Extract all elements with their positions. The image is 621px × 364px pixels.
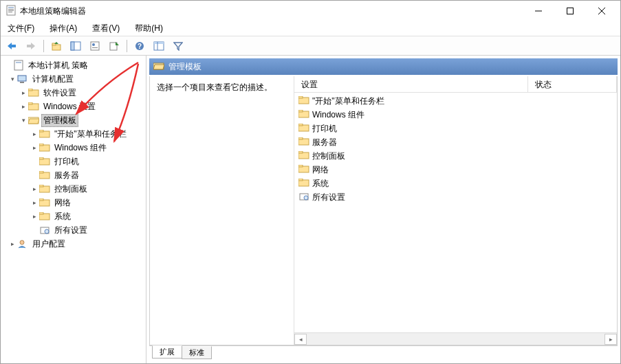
- list-item[interactable]: "开始"菜单和任务栏: [294, 94, 617, 108]
- folder-icon: [298, 110, 309, 120]
- svg-rect-61: [298, 110, 303, 112]
- svg-rect-52: [39, 212, 43, 214]
- properties-button[interactable]: [87, 38, 103, 54]
- svg-rect-46: [39, 171, 43, 173]
- svg-rect-20: [92, 47, 98, 48]
- list-body[interactable]: "开始"菜单和任务栏 Windows 组件 打印机 服务器 控制面板 网络 系统…: [294, 93, 617, 332]
- up-level-button[interactable]: [48, 38, 65, 54]
- tree-computer-config[interactable]: ▾ 计算机配置: [2, 72, 144, 86]
- settings-icon: [39, 225, 50, 236]
- chevron-right-icon[interactable]: ▸: [19, 88, 28, 98]
- chevron-right-icon[interactable]: ▸: [30, 129, 39, 139]
- svg-rect-63: [298, 124, 303, 126]
- computer-icon: [17, 73, 28, 84]
- svg-marker-57: [153, 65, 164, 69]
- tree-item-label: 软件设置: [41, 87, 78, 100]
- scroll-right-icon[interactable]: ▸: [604, 334, 617, 345]
- close-button[interactable]: [586, 1, 618, 21]
- svg-point-19: [92, 43, 95, 46]
- list-item[interactable]: Windows 组件: [294, 108, 617, 122]
- svg-rect-10: [11, 45, 16, 47]
- tree-windows-components[interactable]: ▸ Windows 组件: [2, 141, 144, 155]
- tree-servers[interactable]: 服务器: [2, 168, 144, 182]
- filter-button[interactable]: [170, 38, 186, 54]
- chevron-down-icon[interactable]: ▾: [8, 74, 17, 84]
- tree-item-label: 打印机: [52, 155, 81, 168]
- col-header-status[interactable]: 状态: [528, 76, 617, 92]
- folder-icon: [39, 142, 50, 153]
- menu-action[interactable]: 操作(A): [47, 21, 80, 36]
- svg-rect-18: [91, 42, 99, 50]
- svg-rect-32: [20, 82, 24, 83]
- tree-user-config[interactable]: ▸ 用户配置: [2, 237, 144, 251]
- svg-rect-40: [39, 130, 43, 132]
- svg-marker-38: [28, 119, 39, 124]
- list-item-label: Windows 组件: [312, 109, 364, 121]
- tree-admin-templates[interactable]: ▾ 管理模板: [2, 113, 144, 127]
- svg-rect-42: [39, 144, 43, 146]
- svg-rect-1: [8, 7, 14, 8]
- svg-rect-3: [8, 10, 14, 11]
- chevron-right-icon[interactable]: ▸: [30, 184, 39, 194]
- back-button[interactable]: [3, 38, 20, 54]
- help-button[interactable]: ?: [131, 38, 148, 54]
- tree-item-label: 所有设置: [52, 224, 89, 237]
- tree-system[interactable]: ▸ 系统: [2, 209, 144, 223]
- tab-extended[interactable]: 扩展: [152, 345, 182, 359]
- svg-rect-30: [16, 62, 21, 63]
- svg-rect-59: [298, 96, 303, 98]
- minimize-button[interactable]: [523, 1, 554, 21]
- tree-root[interactable]: 本地计算机 策略: [2, 58, 144, 72]
- menu-help[interactable]: 帮助(H): [132, 21, 166, 36]
- list-item[interactable]: 打印机: [294, 122, 617, 135]
- scroll-left-icon[interactable]: ◂: [294, 334, 307, 345]
- list-item[interactable]: 控制面板: [294, 149, 617, 163]
- maximize-button[interactable]: [554, 1, 586, 21]
- forward-button[interactable]: [23, 38, 39, 54]
- list-item[interactable]: 服务器: [294, 135, 617, 149]
- horizontal-scrollbar[interactable]: ◂ ▸: [294, 332, 617, 345]
- list-item[interactable]: 系统: [294, 177, 617, 190]
- tab-standard[interactable]: 标准: [182, 346, 212, 359]
- details-button[interactable]: [151, 38, 167, 54]
- show-hide-tree-button[interactable]: [67, 38, 84, 54]
- chevron-right-icon[interactable]: ▸: [30, 143, 39, 152]
- list-item[interactable]: 网络: [294, 163, 617, 177]
- chevron-right-icon[interactable]: ▸: [30, 198, 39, 207]
- menu-file[interactable]: 文件(F): [5, 21, 37, 36]
- folder-icon: [39, 170, 50, 181]
- folder-icon: [298, 124, 309, 134]
- svg-rect-31: [18, 76, 26, 81]
- tree-panel[interactable]: 本地计算机 策略 ▾ 计算机配置 ▸ 软件设置 ▸ Windows 设置 ▾ 管…: [1, 56, 146, 363]
- chevron-right-icon[interactable]: ▸: [8, 239, 17, 249]
- list-item-label: 打印机: [312, 123, 337, 135]
- svg-point-54: [45, 229, 49, 234]
- folder-icon: [298, 96, 309, 106]
- tree-windows-settings[interactable]: ▸ Windows 设置: [2, 100, 144, 113]
- svg-rect-50: [39, 198, 43, 201]
- list-item[interactable]: 所有设置: [294, 190, 617, 204]
- tree-item-label: Windows 设置: [41, 100, 98, 113]
- settings-icon: [298, 192, 309, 203]
- tree-network[interactable]: ▸ 网络: [2, 196, 144, 209]
- menu-view[interactable]: 查看(V): [89, 21, 122, 36]
- tree-software[interactable]: ▸ 软件设置: [2, 86, 144, 100]
- tree-item-label: 服务器: [52, 169, 81, 182]
- chevron-right-icon[interactable]: ▸: [19, 102, 28, 111]
- list-item-label: 服务器: [312, 137, 337, 148]
- tree-start-taskbar[interactable]: ▸ "开始"菜单和任务栏: [2, 127, 144, 141]
- tree-item-label: 控制面板: [52, 183, 89, 196]
- tree-all-settings[interactable]: 所有设置: [2, 223, 144, 237]
- list-item-label: 控制面板: [312, 150, 345, 162]
- expander-icon[interactable]: [3, 60, 13, 70]
- col-header-setting[interactable]: 设置: [294, 76, 528, 92]
- tree-control-panel[interactable]: ▸ 控制面板: [2, 182, 144, 196]
- export-button[interactable]: [106, 38, 122, 54]
- tree-printers[interactable]: 打印机: [2, 155, 144, 168]
- chevron-down-icon[interactable]: ▾: [19, 115, 28, 125]
- chevron-right-icon[interactable]: ▸: [30, 212, 39, 221]
- folder-icon: [28, 87, 39, 98]
- user-icon: [17, 238, 28, 249]
- svg-rect-65: [298, 137, 303, 139]
- folder-open-icon: [153, 62, 164, 72]
